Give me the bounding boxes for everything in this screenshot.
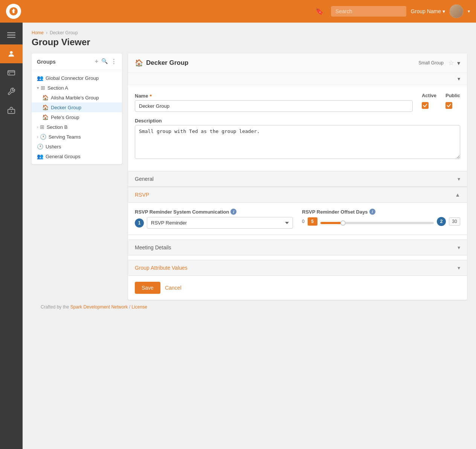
active-group: Active: [422, 93, 436, 109]
groups-panel: Groups + 🔍 ⋮ 👥 Global Connector Group: [32, 53, 122, 164]
sidebar-item-tools[interactable]: [0, 82, 23, 101]
expand-arrow-icon[interactable]: ›: [37, 134, 38, 139]
group-name-dropdown[interactable]: Group Name ▾: [411, 8, 445, 14]
tree-item-label: Global Connector Group: [46, 75, 99, 81]
meeting-details-section-header[interactable]: Meeting Details ▾: [128, 240, 467, 255]
sidebar-item-person[interactable]: [0, 44, 23, 63]
group-name-label: Group Name: [411, 8, 441, 14]
slider-max-label: 30: [449, 217, 460, 226]
tree-item-pete[interactable]: 🏠 Pete's Group: [32, 112, 122, 122]
main-content: Home › Decker Group Group Viewer Groups …: [23, 23, 476, 449]
tree-item-label: Section B: [47, 124, 68, 130]
groups-title: Groups: [37, 59, 95, 65]
group-attribute-arrow-icon: ▾: [458, 265, 460, 271]
tree-item-global-connector[interactable]: 👥 Global Connector Group: [32, 73, 122, 83]
rsvp-section-title: RSVP: [135, 192, 149, 198]
collapse-arrow-icon[interactable]: ▾: [458, 76, 460, 82]
detail-title: Decker Group: [146, 59, 418, 67]
meeting-details-arrow-icon: ▾: [458, 244, 460, 250]
svg-rect-3: [7, 37, 15, 38]
tree-item-label: Serving Teams: [49, 134, 81, 140]
groups-header-actions: + 🔍 ⋮: [95, 58, 117, 65]
tree-item-ushers[interactable]: 🕐 Ushers: [32, 142, 122, 151]
page-title: Group Viewer: [32, 37, 467, 47]
cancel-button[interactable]: Cancel: [165, 285, 182, 291]
tree-item-general-groups[interactable]: 👥 General Groups: [32, 151, 122, 161]
home-icon: 🏠: [42, 114, 49, 120]
tree-item-alisha[interactable]: 🏠 Alisha Marble's Group: [32, 93, 122, 102]
footer-license-link[interactable]: License: [131, 304, 147, 310]
group-grid-icon: ⊞: [41, 85, 45, 91]
slider-container: [320, 219, 434, 224]
svg-rect-1: [7, 32, 15, 33]
step-2-badge: 2: [437, 217, 446, 226]
rsvp-offset-group: RSVP Reminder Offset Days i 0 5: [302, 209, 460, 226]
slider-wrap: 0 5 2 30: [302, 217, 460, 226]
rsvp-select-wrap: 1 RSVP Reminder: [135, 217, 293, 229]
general-section-header[interactable]: General ▾: [128, 171, 467, 187]
rsvp-reminder-info-icon[interactable]: i: [230, 209, 236, 215]
sidebar-icons: [0, 23, 23, 449]
app-logo[interactable]: [6, 4, 21, 19]
home-icon: 🏠: [42, 95, 49, 101]
groups-add-button[interactable]: +: [95, 58, 98, 65]
tree-item-section-b[interactable]: › ⊞ Section B: [32, 122, 122, 132]
tree-item-label: General Groups: [46, 154, 81, 159]
group-home-icon: 🏠: [135, 59, 143, 67]
rsvp-offset-info-icon[interactable]: i: [369, 209, 375, 215]
description-textarea[interactable]: Small group with Ted as the group leader…: [135, 125, 460, 159]
sidebar-item-finance[interactable]: [0, 63, 23, 82]
avatar-image: [450, 5, 463, 18]
breadcrumb-current: Decker Group: [50, 30, 78, 35]
sidebar-item-briefcase[interactable]: [0, 101, 23, 120]
name-label: Name •: [135, 93, 413, 99]
top-navbar: 🔖 Group Name ▾ ▾: [0, 0, 476, 23]
rsvp-section-arrow-icon: ▲: [455, 192, 460, 198]
meeting-details-title: Meeting Details: [135, 244, 171, 250]
tree-item-label: Ushers: [46, 144, 61, 150]
tree-item-serving-teams[interactable]: › 🕐 Serving Teams: [32, 132, 122, 142]
clock-icon: 🕐: [40, 134, 46, 140]
search-input[interactable]: [331, 6, 406, 17]
bookmark-icon[interactable]: 🔖: [315, 7, 323, 15]
rsvp-reminder-select[interactable]: RSVP Reminder: [147, 217, 293, 229]
expand-arrow-icon[interactable]: ▾: [37, 86, 39, 90]
star-icon[interactable]: ☆: [448, 59, 454, 67]
sidebar-item-menu[interactable]: [0, 26, 23, 44]
group-attribute-section-header[interactable]: Group Attribute Values ▾: [128, 260, 467, 276]
groups-search-button[interactable]: 🔍: [101, 58, 108, 65]
svg-rect-5: [8, 71, 15, 75]
groups-more-button[interactable]: ⋮: [111, 58, 117, 65]
group-grid-icon: ⊞: [40, 124, 44, 130]
active-checkbox-wrap: [422, 102, 436, 109]
collapse-icon[interactable]: ▾: [457, 60, 460, 67]
user-avatar[interactable]: [450, 5, 463, 18]
slider-value-badge: 5: [308, 217, 317, 226]
groups-tree: 👥 Global Connector Group ▾ ⊞ Section A 🏠…: [32, 70, 122, 164]
slider-thumb[interactable]: [340, 220, 346, 226]
svg-point-4: [10, 51, 12, 54]
breadcrumb-home[interactable]: Home: [32, 30, 44, 35]
form-actions: Save Cancel: [128, 276, 467, 300]
user-dropdown-arrow-icon[interactable]: ▾: [468, 9, 470, 14]
public-checkbox[interactable]: [445, 102, 452, 109]
general-section-title: General: [135, 176, 154, 182]
tree-item-section-a[interactable]: ▾ ⊞ Section A: [32, 83, 122, 93]
active-checkbox[interactable]: [422, 102, 429, 109]
expand-arrow-icon[interactable]: ›: [37, 125, 38, 129]
detail-panel: 🏠 Decker Group Small Group ☆ ▾ ▾: [128, 53, 467, 300]
group-people-icon: 👥: [37, 153, 43, 159]
description-label: Description: [135, 118, 460, 124]
tree-item-decker[interactable]: 🏠 Decker Group: [32, 102, 122, 112]
footer-text: Crafted by the: [41, 304, 69, 310]
save-button[interactable]: Save: [135, 282, 160, 294]
slider-fill: [320, 222, 343, 224]
footer-sep: /: [129, 304, 130, 310]
footer-spark-link[interactable]: Spark Development Network: [70, 304, 128, 310]
name-input[interactable]: [135, 100, 413, 112]
public-label: Public: [445, 93, 460, 98]
home-icon: 🏠: [42, 104, 49, 110]
footer: Crafted by the Spark Development Network…: [32, 300, 467, 314]
clock-icon: 🕐: [37, 144, 43, 150]
rsvp-section-header[interactable]: RSVP ▲: [128, 187, 467, 203]
